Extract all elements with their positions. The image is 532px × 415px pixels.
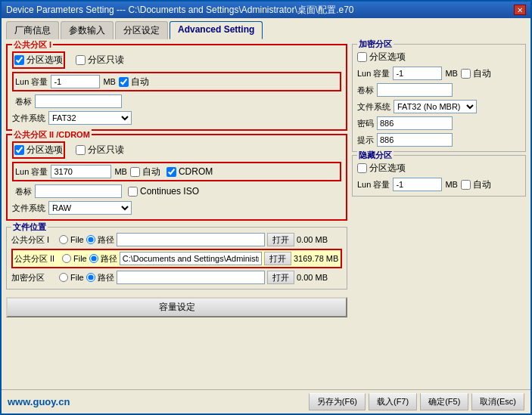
public1-volume-row: 卷标 [12,94,341,108]
public1-partition-checkbox-wrapper: 分区选项 [12,51,65,69]
public2-cdrom-label[interactable]: CDROM [166,166,213,177]
public2-partition-checkbox-wrapper: 分区选项 [12,141,65,159]
public1-fs-select[interactable]: FAT32 [48,111,132,125]
close-button[interactable]: ✕ [514,5,526,15]
file-pub2-path-input[interactable] [120,252,262,265]
public2-lun-row: Lun 容量 MB 自动 CDROM [12,162,341,181]
public2-continues-iso-check[interactable] [128,187,138,197]
save-as-button[interactable]: 另存为(F6) [309,393,366,410]
file-position-group: 文件位置 公共分区 I File 路径 打开 0.00 MB [6,227,347,290]
public2-partition-label[interactable]: 分区选项 [14,144,63,156]
enc-partition-check[interactable] [357,52,367,62]
public1-fs-row: 文件系统 FAT32 [12,111,341,125]
public2-fs-select[interactable]: RAW [48,201,132,215]
enc-auto-check[interactable] [461,69,471,79]
enc-auto-label[interactable]: 自动 [461,67,491,80]
public2-readonly-check[interactable] [76,145,86,155]
tab-partition[interactable]: 分区设定 [115,21,168,39]
file-enc-open-button[interactable]: 打开 [267,271,294,284]
file-pub2-size: 3169.78 MB [294,254,339,263]
hidden-partition-row: 分区选项 [357,162,521,175]
pub2-path-radio[interactable] [89,254,98,263]
hidden-lun-row: Lun 容量 MB 自动 [357,178,521,191]
public1-readonly-label[interactable]: 分区只读 [76,54,124,67]
public1-lun-row: Lun 容量 MB 自动 [12,72,341,91]
tab-advanced[interactable]: Advanced Setting [170,21,263,39]
pub1-file-radio[interactable] [59,235,68,244]
hidden-mb-label: MB [445,180,458,189]
public2-readonly-label[interactable]: 分区只读 [76,144,124,156]
public2-volume-row: 卷标 Continues ISO [12,184,341,198]
public1-mb-label: MB [103,77,116,86]
file-pub2-open-button[interactable]: 打开 [264,252,291,265]
brand-text: www.guoy.cn [8,396,70,407]
confirm-button[interactable]: 确定(F5) [420,393,468,410]
cancel-button[interactable]: 取消(Esc) [471,393,524,410]
pub2-file-radio[interactable] [62,254,71,263]
public2-auto-check[interactable] [130,167,140,177]
enc-hint-input[interactable] [377,133,453,147]
enc-lun-input[interactable] [393,67,442,80]
public2-auto-label[interactable]: 自动 [130,166,160,178]
tab-params[interactable]: 参数输入 [61,21,114,39]
file-pub1-open-button[interactable]: 打开 [267,233,294,246]
public2-volume-input[interactable] [35,184,122,198]
load-button[interactable]: 载入(F7) [369,393,417,410]
enc-volume-input[interactable] [377,83,453,97]
file-pub2-label: 公共分区 II [14,253,60,265]
enc-password-input[interactable] [377,116,453,130]
hidden-partition-label[interactable]: 分区选项 [357,162,406,175]
main-content: 公共分区 I 分区选项 分区只读 Lun [2,39,530,389]
file-enc-radio-group: File 路径 [59,272,114,283]
file-enc-path-input[interactable] [117,271,265,284]
encrypted-title: 加密分区 [357,39,394,50]
public1-auto-check[interactable] [119,77,129,87]
public2-lun-input[interactable] [51,165,111,178]
enc-path-radio[interactable] [86,273,95,282]
pub1-path-radio[interactable] [86,235,95,244]
file-enc-row: 加密分区 File 路径 打开 0.00 MB [11,271,342,284]
hidden-auto-check[interactable] [461,180,471,190]
file-pub2-row: 公共分区 II File 路径 打开 3169.78 MB [11,249,342,268]
titlebar: Device Parameters Setting --- C:\Documen… [2,2,530,18]
public2-continues-iso-label[interactable]: Continues ISO [128,186,199,197]
file-pub1-label: 公共分区 I [11,234,57,246]
public1-lun-input[interactable] [51,75,100,88]
file-pub1-path-input[interactable] [117,233,265,246]
public1-partition-label[interactable]: 分区选项 [14,54,63,67]
public2-partition-check[interactable] [14,145,24,155]
enc-file-radio[interactable] [59,273,68,282]
hidden-auto-label[interactable]: 自动 [461,178,491,191]
hidden-partition-check[interactable] [357,163,367,173]
public1-title: 公共分区 I [12,39,53,51]
public1-options-row: 分区选项 分区只读 [12,51,341,69]
public1-partition-check[interactable] [14,55,24,65]
public1-lun-label: Lun 容量 [15,76,48,88]
file-pub1-size: 0.00 MB [297,235,342,244]
public1-volume-input[interactable] [35,94,122,108]
tab-vendor[interactable]: 厂商信息 [6,21,59,39]
enc-hint-label: 提示 [357,135,374,146]
public2-cdrom-check[interactable] [166,167,176,177]
enc-partition-label[interactable]: 分区选项 [357,51,406,63]
file-enc-label: 加密分区 [11,272,57,283]
window-title: Device Parameters Setting --- C:\Documen… [6,4,354,17]
footer-buttons: 另存为(F6) 载入(F7) 确定(F5) 取消(Esc) [309,393,524,410]
hidden-group: 隐藏分区 分区选项 Lun 容量 MB 自动 [352,155,526,197]
enc-fs-select[interactable]: FAT32 (No MBR) [394,100,477,113]
tabs-bar: 厂商信息 参数输入 分区设定 Advanced Setting [2,18,530,39]
public1-readonly-check[interactable] [76,55,86,65]
hidden-title: 隐藏分区 [357,150,394,161]
enc-mb-label: MB [445,69,458,78]
public1-auto-label[interactable]: 自动 [119,76,149,88]
left-panel: 公共分区 I 分区选项 分区只读 Lun [6,44,347,385]
enc-partition-row: 分区选项 [357,51,521,63]
enc-lun-label: Lun 容量 [357,68,390,79]
hidden-lun-label: Lun 容量 [357,179,390,190]
file-pub1-radio-group: File 路径 [59,234,114,246]
hidden-lun-input[interactable] [393,178,442,191]
capacity-button[interactable]: 容量设定 [6,297,347,317]
public1-fs-label: 文件系统 [12,113,45,124]
file-pub1-row: 公共分区 I File 路径 打开 0.00 MB [11,233,342,246]
public1-group: 公共分区 I 分区选项 分区只读 Lun [6,44,347,131]
